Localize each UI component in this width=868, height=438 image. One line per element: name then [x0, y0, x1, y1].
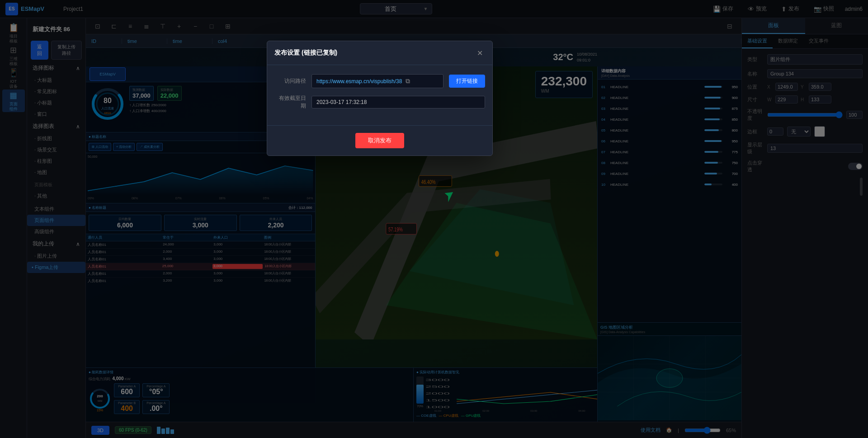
expiry-row: 有效截至日期 2023-03-17 17:32:18 — [274, 94, 485, 110]
modal-header: 发布设置 (链接已复制) ✕ — [267, 41, 492, 65]
modal-title: 发布设置 (链接已复制) — [274, 49, 337, 57]
expiry-field: 2023-03-17 17:32:18 — [311, 96, 485, 108]
modal-body: 访问路径 https://www.esmap.cn/vispublish/38 … — [267, 65, 492, 125]
modal-overlay: 发布设置 (链接已复制) ✕ 访问路径 https://www.esmap.cn… — [0, 0, 868, 438]
modal-close-button[interactable]: ✕ — [474, 47, 485, 58]
url-label: 访问路径 — [274, 77, 306, 85]
url-field: https://www.esmap.cn/vispublish/38 ⧉ — [311, 74, 443, 88]
publish-settings-modal: 发布设置 (链接已复制) ✕ 访问路径 https://www.esmap.cn… — [267, 41, 493, 156]
expiry-label: 有效截至日期 — [274, 94, 306, 110]
cancel-publish-button[interactable]: 取消发布 — [355, 133, 404, 148]
url-value: https://www.esmap.cn/vispublish/38 — [316, 78, 402, 85]
modal-footer: 取消发布 — [267, 125, 492, 155]
open-link-button[interactable]: 打开链接 — [449, 75, 485, 88]
url-row: 访问路径 https://www.esmap.cn/vispublish/38 … — [274, 74, 485, 88]
copy-icon[interactable]: ⧉ — [406, 77, 410, 85]
expiry-value: 2023-03-17 17:32:18 — [316, 99, 367, 105]
